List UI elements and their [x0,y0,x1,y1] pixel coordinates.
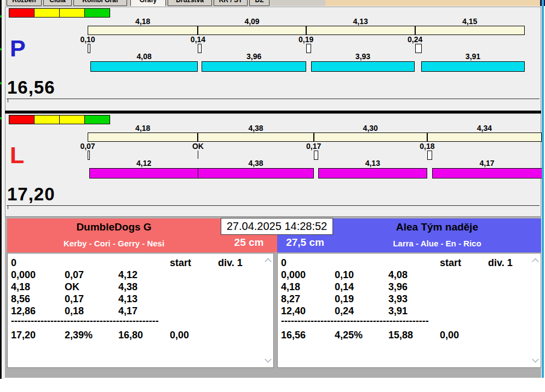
traffic-light-segment [59,115,85,124]
team-dogs: Larra - Alue - En - Rico [333,239,541,248]
table-cell: 0,10 [335,269,354,281]
table-cell: start [170,257,191,269]
results-table-right[interactable]: 0startdiv. 10,0000,104,084,180,143,968,2… [277,253,541,368]
table-row: 8,270,193,93 [278,293,531,305]
table-cell: 4,25% [335,329,363,341]
split-time-label: 4,09 [230,18,274,25]
traffic-light-segment [34,115,60,124]
changeover-marker [88,151,90,160]
table-cell: 0,00 [440,329,459,341]
tab-rozb-h[interactable]: Rozběh [7,0,42,6]
changeover-time-label: OK [179,142,217,150]
table-cell: 2,39% [65,329,93,341]
lane-underline [7,205,540,206]
dog-time-label: 4,12 [122,159,166,167]
lane-letter-p: P [10,37,26,60]
table-cell: 0 [281,257,286,269]
dog-time-label: 4,08 [122,53,166,60]
split-time-label: 4,38 [234,124,278,132]
table-cell: 4,18 [11,281,30,293]
tab-kombi-graf[interactable]: Kombi Graf [73,0,127,6]
tab-kr-t[interactable]: KR / ŠT [214,0,248,6]
split-divider [197,132,198,142]
lane-total-time: 16,56 [7,78,55,96]
scrollbar-up-button[interactable] [265,258,272,265]
lane-panel-p: 4,180,104,084,090,143,964,130,193,934,15… [5,7,541,111]
table-cell: 16,80 [118,329,143,341]
dog-run-bar [311,61,415,72]
traffic-light-bar [9,115,110,124]
split-time-label: 4,34 [462,124,506,132]
changeover-marker [314,151,318,160]
dog-time-label: 3,93 [341,53,385,60]
traffic-light-segment [34,8,60,18]
split-time-label: 4,18 [121,18,165,25]
tab-bar: RozběhČidlaKombi GrafGrafyDružstvaKR / Š… [2,0,325,6]
jump-height-label: 25 cm [221,237,277,249]
split-time-label: 4,15 [448,18,492,25]
split-time-label: 4,13 [339,18,382,25]
dog-time-label: 3,96 [232,53,276,60]
results-table-left[interactable]: 0startdiv. 10,0000,074,124,18OK4,388,560… [7,253,274,368]
split-time-bar [88,132,542,142]
changeover-time-label: 0,07 [68,142,107,150]
table-cell: 4,38 [118,281,137,293]
lane-underline [7,99,540,99]
traffic-light-segment [84,8,110,18]
changeover-marker [306,44,311,53]
team-name: DumbleDogs G [7,221,221,233]
split-divider [415,26,416,35]
table-summary-row: 16,564,25%15,880,00 [278,329,531,341]
split-divider [313,132,314,142]
lane-panel-l: 4,180,074,124,38OK4,384,300,174,134,340,… [5,113,541,217]
lane-letter-l: L [10,143,24,167]
lane-underline-tick [8,99,8,102]
table-cell: 0,07 [65,269,84,281]
dog-run-bar [421,61,524,72]
tab-grafy[interactable]: Grafy [130,0,166,6]
table-cell: 4,12 [118,269,137,281]
table-cell: 0,00 [170,329,189,341]
table-cell: OK [65,281,79,293]
changeover-marker [415,44,422,53]
tab-idla[interactable]: Čidla [43,0,72,6]
table-cell: 4,08 [388,269,408,281]
table-cell: 0 [11,257,16,269]
table-row: 4,180,143,96 [278,281,531,293]
dog-run-bar [89,168,198,178]
dog-time-label: 4,13 [351,159,394,167]
team-dogs: Kerby - Cori - Gerry - Nesi [7,239,221,248]
changeover-time-label: 0,10 [68,36,107,43]
bottom-scrollbar[interactable] [5,368,541,378]
table-cell: 0,19 [335,293,354,305]
changeover-marker [198,44,202,53]
dog-run-bar [198,168,313,178]
table-cell: 16,56 [281,329,306,341]
tab-dru-stva[interactable]: Družstva [168,0,212,6]
table-separator: ----------------------------------------… [281,315,429,327]
table-summary-row: 17,202,39%16,800,00 [8,329,263,341]
table-header-row: 0startdiv. 1 [8,257,263,269]
table-cell: div. 1 [218,257,243,269]
table-cell: 3,96 [388,281,408,293]
lane-underline-tick [8,206,8,209]
traffic-light-segment [59,8,85,18]
scrollbar-up-button[interactable] [532,258,539,265]
dog-time-label: 4,38 [234,159,278,167]
dog-run-bar [90,61,198,72]
table-cell: 15,88 [388,329,413,341]
title-strip [325,0,541,6]
tab-dz[interactable]: DZ [249,0,269,6]
scrollbar-down-button[interactable] [265,356,272,363]
split-time-label: 4,30 [348,124,392,132]
app-window: RozběhČidlaKombi GrafGrafyDružstvaKR / Š… [0,0,545,392]
dog-time-label: 3,91 [451,53,495,60]
scrollbar-down-button[interactable] [532,356,539,363]
table-cell: 4,18 [281,281,300,293]
dog-run-bar [318,168,427,178]
window-left-inner-border [2,0,5,379]
table-cell: 3,93 [388,293,408,305]
traffic-light-bar [9,8,110,18]
changeover-time-label: 0,24 [396,36,434,43]
table-cell: 4,13 [118,293,137,305]
